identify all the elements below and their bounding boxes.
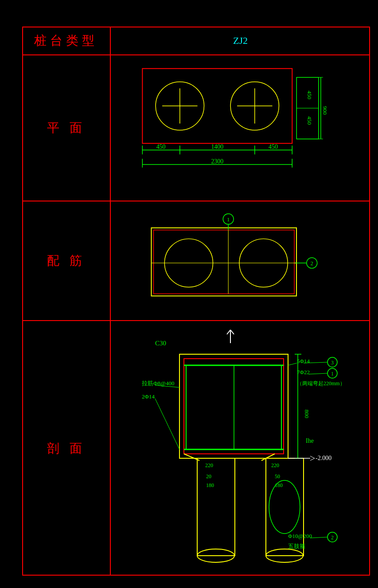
plan-svg: 450 450 900 450 <box>111 55 370 201</box>
svg-line-79 <box>310 456 315 458</box>
rebar-label-cell: 配 筋 <box>22 201 111 320</box>
svg-line-44 <box>230 330 234 334</box>
main-container: 桩台类型 ZJ2 平 面 <box>0 0 378 588</box>
svg-text:-2.000: -2.000 <box>316 455 331 461</box>
rebar-label: 配 筋 <box>47 252 86 269</box>
svg-line-80 <box>310 458 315 460</box>
header-row: 桩台类型 ZJ2 <box>22 27 370 55</box>
plan-row: 平 面 450 450 <box>22 55 370 201</box>
svg-text:Ihe: Ihe <box>306 437 314 444</box>
rebar-svg: 1 2 <box>111 201 370 320</box>
svg-line-50 <box>261 454 275 460</box>
svg-rect-51 <box>197 458 235 556</box>
svg-point-93 <box>269 480 300 534</box>
svg-text:180: 180 <box>275 482 283 488</box>
svg-line-91 <box>310 537 327 538</box>
svg-text:180: 180 <box>206 482 214 488</box>
header-label-cell: 桩台类型 <box>22 27 111 54</box>
svg-text:450: 450 <box>306 91 313 99</box>
svg-text:2: 2 <box>311 260 313 267</box>
svg-line-43 <box>227 330 230 334</box>
svg-text:2: 2 <box>331 534 334 541</box>
svg-text:1: 1 <box>331 371 334 377</box>
rebar-content: 1 2 <box>111 201 370 320</box>
svg-text:2300: 2300 <box>211 158 223 165</box>
pile-type-label: 桩台类型 <box>34 32 98 49</box>
svg-line-65 <box>288 363 297 365</box>
svg-text:2Φ14: 2Φ14 <box>142 393 155 400</box>
svg-text:800: 800 <box>304 410 310 418</box>
svg-text:1: 1 <box>227 217 230 223</box>
svg-text:50: 50 <box>275 473 280 480</box>
svg-text:450: 450 <box>269 143 278 150</box>
svg-text:（两端弯起220mm）: （两端弯起220mm） <box>297 380 345 387</box>
section-label-cell: 剖 面 <box>22 321 111 576</box>
header-value-cell: ZJ2 <box>111 27 370 54</box>
svg-line-72 <box>309 373 327 374</box>
svg-text:C30: C30 <box>155 340 166 347</box>
svg-text:3: 3 <box>331 360 334 366</box>
svg-rect-29 <box>152 228 297 296</box>
svg-text:Φ10@200: Φ10@200 <box>288 533 312 539</box>
plan-label: 平 面 <box>47 120 86 136</box>
svg-text:900: 900 <box>322 106 328 115</box>
svg-text:220: 220 <box>205 462 213 468</box>
svg-text:450: 450 <box>156 143 166 150</box>
rebar-row: 配 筋 1 2 <box>22 201 370 321</box>
svg-text:五肢箍: 五肢箍 <box>288 543 305 549</box>
section-content: C30 <box>111 321 370 576</box>
svg-text:220: 220 <box>271 462 279 468</box>
section-row: 剖 面 C30 <box>22 321 370 576</box>
svg-text:5Φ14: 5Φ14 <box>297 358 310 364</box>
pile-type-value: ZJ2 <box>233 35 248 46</box>
svg-text:20: 20 <box>206 473 211 480</box>
svg-text:1400: 1400 <box>211 143 223 150</box>
svg-rect-53 <box>266 458 304 556</box>
svg-text:450: 450 <box>306 116 313 124</box>
plan-content: 450 450 900 450 <box>111 55 370 201</box>
plan-label-cell: 平 面 <box>22 55 111 201</box>
section-label: 剖 面 <box>47 440 86 457</box>
svg-line-63 <box>155 398 179 449</box>
section-svg: C30 <box>111 321 370 576</box>
svg-rect-30 <box>153 230 294 294</box>
svg-text:7Φ22: 7Φ22 <box>297 369 310 375</box>
